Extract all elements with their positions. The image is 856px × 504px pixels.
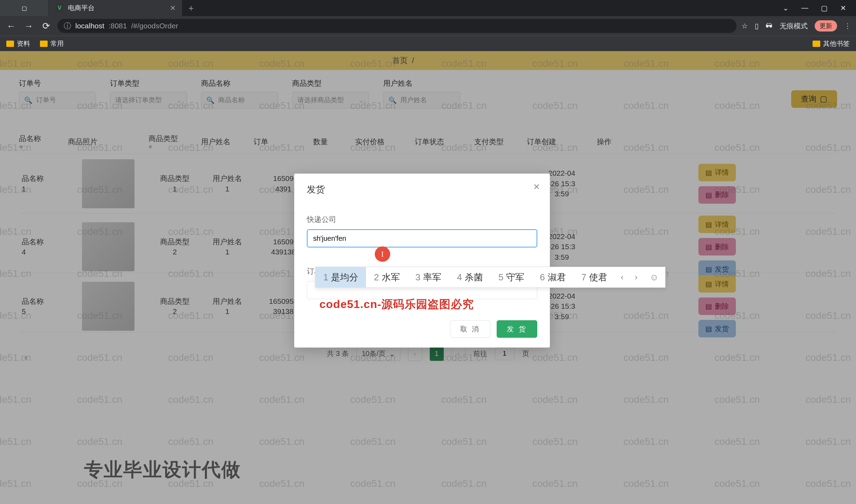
ime-number: 6: [540, 272, 545, 283]
url-host: localhost: [75, 22, 104, 30]
ime-number: 5: [498, 272, 503, 283]
menu-icon[interactable]: ⋮: [844, 22, 851, 30]
forward-icon[interactable]: →: [22, 21, 35, 31]
info-icon: ⓘ: [64, 21, 71, 31]
bookmark-item[interactable]: 常用: [40, 39, 64, 48]
panel-icon[interactable]: ▯: [755, 22, 759, 30]
folder-icon: [6, 41, 14, 47]
reload-icon[interactable]: ⟳: [40, 21, 53, 31]
ime-text: 使君: [589, 271, 607, 284]
ime-text: 率军: [423, 271, 441, 284]
ime-candidate[interactable]: 3率军: [408, 267, 449, 287]
cancel-button[interactable]: 取 消: [450, 320, 491, 338]
url-path: /#/goodsOrder: [131, 22, 178, 30]
bookmark-label: 资料: [17, 39, 30, 48]
tab-bar: ▢ V 电商平台 ✕ + ⌄ — ▢ ✕: [0, 0, 856, 16]
ime-candidate[interactable]: 1是均分: [316, 267, 366, 287]
favicon: V: [55, 4, 64, 12]
ime-number: 4: [457, 272, 462, 283]
overlay-copyright-text: code51.cn-源码乐园盗图必究: [319, 297, 474, 312]
tab-spacer: ▢: [0, 0, 49, 16]
folder-icon: [813, 41, 820, 47]
close-tab-icon[interactable]: ✕: [170, 4, 176, 12]
incognito-label: 无痕模式: [780, 21, 808, 31]
star-icon[interactable]: ☆: [741, 22, 748, 30]
page: 首页 / 订单号 🔍订单号 订单类型 请选择订单类型⌄ 商品名称 🔍商品名称 商…: [0, 51, 856, 504]
ime-number: 2: [374, 272, 379, 283]
ime-text: 杀菌: [465, 271, 483, 284]
tab-title: 电商平台: [68, 4, 166, 13]
form-label-courier: 快递公司: [307, 215, 537, 224]
close-window-icon[interactable]: ✕: [840, 4, 846, 12]
address-bar: ← → ⟳ ⓘ localhost:8081/#/goodsOrder ☆ ▯ …: [0, 16, 856, 36]
browser-tab[interactable]: V 电商平台 ✕: [49, 0, 182, 16]
maximize-icon[interactable]: ▢: [821, 4, 828, 12]
dialog-title: 发货: [307, 183, 537, 196]
ime-prev-icon[interactable]: ‹: [615, 272, 629, 282]
window-controls: ⌄ — ▢ ✕: [783, 4, 856, 12]
ime-number: 7: [581, 272, 586, 283]
bookmarks-bar: 资料 常用 其他书签: [0, 36, 856, 51]
ime-next-icon[interactable]: ›: [629, 272, 643, 282]
incognito-icon: 🕶: [766, 22, 773, 30]
ime-candidate[interactable]: 5守军: [491, 267, 532, 287]
close-icon[interactable]: ✕: [533, 182, 540, 192]
back-icon[interactable]: ←: [5, 21, 18, 31]
ime-text: 水军: [382, 271, 400, 284]
ime-number: 1: [323, 272, 328, 283]
other-bookmarks[interactable]: 其他书签: [813, 39, 850, 48]
bookmark-label: 常用: [50, 39, 64, 48]
minimize-icon[interactable]: —: [801, 4, 808, 12]
folder-icon: [40, 41, 48, 47]
cursor-marker-icon: I: [375, 246, 390, 262]
ime-candidate[interactable]: 6淑君: [532, 267, 573, 287]
ime-text: 是均分: [331, 271, 358, 284]
ime-number: 3: [415, 272, 420, 283]
courier-company-input[interactable]: [307, 229, 537, 247]
url-input[interactable]: ⓘ localhost:8081/#/goodsOrder: [57, 19, 737, 33]
browser-chrome: ▢ V 电商平台 ✕ + ⌄ — ▢ ✕ ← → ⟳ ⓘ localhost:8…: [0, 0, 856, 51]
bookmark-item[interactable]: 资料: [6, 39, 30, 48]
ime-candidate[interactable]: 4杀菌: [449, 267, 490, 287]
bookmark-label: 其他书签: [823, 39, 850, 48]
ime-candidate-bar: 1是均分2水军3率军4杀菌5守军6淑君7使君‹›☺: [315, 267, 665, 288]
ime-emoji-icon[interactable]: ☺: [643, 272, 665, 283]
ime-candidate[interactable]: 7使君: [574, 267, 615, 287]
ime-text: 淑君: [548, 271, 566, 284]
update-button[interactable]: 更新: [815, 20, 837, 31]
new-tab-button[interactable]: +: [182, 3, 200, 14]
chevron-down-icon[interactable]: ⌄: [783, 4, 789, 12]
ime-text: 守军: [506, 271, 524, 284]
ime-candidate[interactable]: 2水军: [366, 267, 407, 287]
ship-dialog: 发货 ✕ 快递公司 订单快递单号 取 消 发 货: [294, 174, 550, 348]
url-port: :8081: [109, 22, 127, 30]
confirm-ship-button[interactable]: 发 货: [497, 320, 537, 338]
